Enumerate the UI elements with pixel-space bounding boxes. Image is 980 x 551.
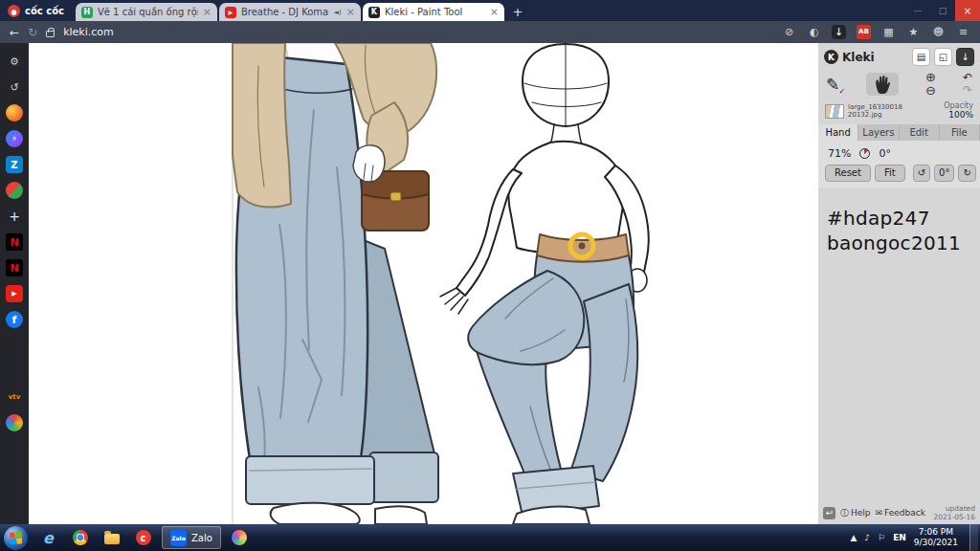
zoom-in-icon[interactable]: ⊕ <box>925 71 936 84</box>
address-bar: ← ↻ kleki.com ⊘ ◐ ↓ AB ▦ ★ ☻ ≡ <box>0 21 980 43</box>
kleki-favicon-icon: K <box>368 7 380 18</box>
address-url[interactable]: kleki.com <box>63 26 114 38</box>
browser-tab-hoidap[interactable]: H Vẽ 1 cái quần ống rộng (giới × <box>76 3 217 21</box>
shortcut-icon[interactable]: ↩ <box>823 507 835 519</box>
clock-date: 9/30/2021 <box>914 538 958 548</box>
help-link[interactable]: ⓘ Help <box>840 507 871 519</box>
zoom-out-icon[interactable]: ⊖ <box>925 84 936 98</box>
taskbar-clock[interactable]: 7:06 PM 9/30/2021 <box>914 527 958 549</box>
tray-network-icon[interactable]: ⚐ <box>878 533 885 542</box>
reader-icon[interactable]: ◐ <box>807 25 821 39</box>
download-icon[interactable]: ↓ <box>832 25 846 39</box>
blocker-icon[interactable]: ⊘ <box>782 25 796 39</box>
active-layer-row[interactable]: large_1633001820132.jpg Opacity 100% <box>818 99 980 122</box>
kleki-logo-icon: K <box>824 50 838 64</box>
tab-close-icon[interactable]: × <box>203 7 212 17</box>
hand-tab-panel: 71% 0° Reset Fit ↺ 0° ↻ <box>818 141 980 188</box>
lock-icon[interactable] <box>46 31 55 37</box>
extensions-icon[interactable]: ▦ <box>881 25 896 39</box>
tab-close-icon[interactable]: × <box>346 7 355 17</box>
kleki-header: K Kleki ▤ ◱ ↓ <box>818 43 980 69</box>
address-bar-actions: ⊘ ◐ ↓ AB ▦ ★ ☻ ≡ <box>782 25 970 39</box>
sidebar-item-zalo-icon[interactable]: Z <box>6 156 23 173</box>
browser-tab-kleki[interactable]: K Kleki - Paint Tool × <box>363 3 504 21</box>
taskbar-zalo-window[interactable]: Zalo Zalo <box>162 526 221 549</box>
profile-icon[interactable]: ☻ <box>931 25 946 39</box>
tab-close-icon[interactable]: × <box>490 7 499 17</box>
back-icon[interactable]: ← <box>10 27 19 38</box>
info-icon: ⓘ <box>840 507 849 519</box>
sidebar-item-netflix2-icon[interactable]: N <box>6 259 23 276</box>
sidebar-item-vtv-icon[interactable]: vtv <box>6 388 23 406</box>
hand <box>353 145 385 182</box>
undo-icon[interactable]: ↶ <box>963 72 972 84</box>
save-download-icon[interactable]: ↓ <box>956 48 974 66</box>
sidebar-item-chat-icon[interactable] <box>6 182 23 199</box>
close-button[interactable]: × <box>955 0 980 21</box>
sidebar-item-netflix-icon[interactable]: N <box>6 233 23 251</box>
sidebar-item-misc-icon[interactable] <box>6 414 23 431</box>
tray-volume-icon[interactable]: ♪ <box>864 533 870 542</box>
zoom-percent: 71% <box>828 147 851 160</box>
tray-expand-icon[interactable]: ▲ <box>850 533 857 542</box>
pen-tool-button[interactable]: ✎ ✓ <box>826 75 839 94</box>
kleki-canvas[interactable] <box>29 43 818 524</box>
reload-icon[interactable]: ↻ <box>28 27 37 38</box>
tab-audio-icon[interactable]: ◄) <box>334 9 342 16</box>
taskbar-ie-button[interactable]: e <box>33 525 64 550</box>
sidebar-item-firefox-icon[interactable] <box>6 104 23 121</box>
sidebar-item-youtube-icon[interactable]: ▶ <box>6 285 23 302</box>
tab-hand[interactable]: Hand <box>818 124 858 141</box>
feedback-link[interactable]: ✉ Feedback <box>876 508 925 518</box>
settings-gear-icon[interactable]: ⚙ <box>6 53 23 70</box>
show-desktop-button[interactable] <box>969 524 978 551</box>
browser-tab-youtube[interactable]: ▶ Breathe - DJ Komang Rim ◄) × <box>219 3 361 21</box>
taskbar-app-button[interactable] <box>224 525 256 550</box>
browser-sidebar: ⚙ ↺ ⚡ Z + N N ▶ f vtv <box>0 43 29 524</box>
right-figure <box>440 44 649 524</box>
window-controls: — □ × <box>905 0 980 21</box>
kleki-title: Kleki <box>842 51 875 64</box>
reset-button[interactable]: Reset <box>825 165 871 182</box>
opacity-value: 100% <box>944 110 973 120</box>
resize-icon[interactable]: ◱ <box>934 48 952 66</box>
taskbar-browser-button[interactable] <box>64 525 96 550</box>
taskbar-coccoc-button[interactable]: c <box>127 525 159 550</box>
rotate-ccw-button[interactable]: ↺ <box>913 165 930 182</box>
taskbar-explorer-button[interactable] <box>96 525 127 550</box>
gallery-icon[interactable]: ▤ <box>912 48 930 66</box>
new-tab-button[interactable]: + <box>506 3 529 21</box>
adblock-badge-icon[interactable]: AB <box>857 25 871 39</box>
browser-icon <box>73 530 88 545</box>
mail-icon: ✉ <box>876 508 883 518</box>
start-button[interactable] <box>4 526 28 550</box>
hand-tool-button[interactable] <box>866 73 899 96</box>
redo-icon[interactable]: ↷ <box>963 84 972 97</box>
sidebar-item-facebook-icon[interactable]: f <box>6 311 23 328</box>
browser-menu-icon[interactable]: ≡ <box>956 25 970 39</box>
sidebar-add-icon[interactable]: + <box>6 208 23 225</box>
kleki-tool-row: ✎ ✓ ⊕ ⊖ ↶ ↷ <box>818 69 980 99</box>
maximize-button[interactable]: □ <box>930 0 955 21</box>
rotate-zero-button[interactable]: 0° <box>934 165 954 182</box>
tab-layers[interactable]: Layers <box>858 124 899 141</box>
fit-button[interactable]: Fit <box>875 165 905 182</box>
layer-thumbnail[interactable] <box>825 104 844 119</box>
note-line-2: baongoc2011 <box>827 231 961 255</box>
left-figure <box>233 43 438 524</box>
folder-icon <box>104 534 120 544</box>
angle-value: 0° <box>879 147 891 160</box>
windows-taskbar: e c Zalo Zalo ▲ ♪ ⚐ EN 7:06 PM 9/30/2021 <box>0 524 980 551</box>
check-icon: ✓ <box>839 87 846 96</box>
language-indicator[interactable]: EN <box>893 533 906 542</box>
tab-edit[interactable]: Edit <box>900 124 940 141</box>
tab-title: Vẽ 1 cái quần ống rộng (giới <box>98 7 198 17</box>
ie-icon: e <box>43 529 54 547</box>
minimize-button[interactable]: — <box>905 0 930 21</box>
history-icon[interactable]: ↺ <box>6 78 23 96</box>
rotate-cw-button[interactable]: ↻ <box>958 165 975 182</box>
sidebar-item-messenger-icon[interactable]: ⚡ <box>6 130 23 147</box>
bookmark-star-icon[interactable]: ★ <box>906 25 921 39</box>
tab-file[interactable]: File <box>940 124 980 141</box>
kleki-footer: ↩ ⓘ Help ✉ Feedback updated 2021-05-16 <box>823 504 975 521</box>
